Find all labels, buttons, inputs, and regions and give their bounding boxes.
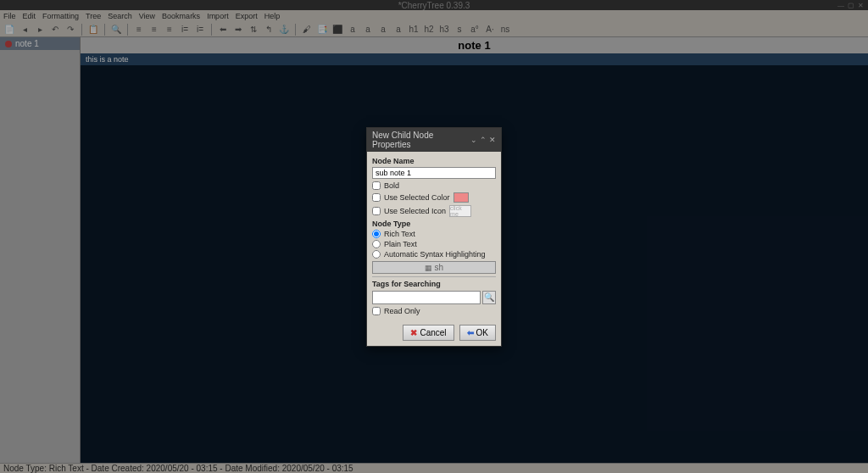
use-icon-label: Use Selected Icon <box>384 207 446 215</box>
ok-icon: ⬅ <box>467 328 474 337</box>
node-name-input[interactable] <box>372 167 496 179</box>
use-color-label: Use Selected Color <box>384 193 450 202</box>
read-only-label: Read Only <box>384 307 420 315</box>
search-icon: 🔍 <box>484 292 494 302</box>
dialog-close-icon[interactable]: ✕ <box>489 136 496 144</box>
cancel-icon: ✖ <box>410 328 417 337</box>
use-icon-checkbox[interactable] <box>372 207 381 215</box>
separator <box>372 276 496 277</box>
use-color-checkbox[interactable] <box>372 193 381 202</box>
bold-checkbox[interactable] <box>372 181 381 190</box>
dialog-expand-icon[interactable]: ⌃ <box>480 136 487 144</box>
cancel-button[interactable]: ✖ Cancel <box>403 325 453 341</box>
modal-overlay: New Child Node Properties ⌄ ⌃ ✕ Node Nam… <box>0 0 868 473</box>
tags-input[interactable] <box>372 291 481 304</box>
ok-label: OK <box>476 328 488 337</box>
ok-button[interactable]: ⬅ OK <box>459 325 496 341</box>
syntax-radio[interactable] <box>372 250 381 259</box>
read-only-checkbox[interactable] <box>372 307 381 315</box>
dialog-collapse-icon[interactable]: ⌄ <box>470 136 477 144</box>
syntax-label: Automatic Syntax Highlighting <box>384 250 486 259</box>
plain-text-label: Plain Text <box>384 240 417 248</box>
bold-label: Bold <box>384 181 399 190</box>
new-child-node-dialog: New Child Node Properties ⌄ ⌃ ✕ Node Nam… <box>366 127 502 347</box>
dialog-titlebar[interactable]: New Child Node Properties ⌄ ⌃ ✕ <box>367 128 501 152</box>
node-name-label: Node Name <box>372 157 496 165</box>
syntax-dropdown[interactable]: ▦ sh <box>372 261 496 274</box>
color-swatch[interactable] <box>453 192 469 203</box>
node-type-label: Node Type <box>372 220 496 228</box>
icon-button[interactable]: click me <box>449 205 471 217</box>
tags-search-button[interactable]: 🔍 <box>482 291 496 304</box>
dialog-title-text: New Child Node Properties <box>372 131 470 149</box>
rich-text-radio[interactable] <box>372 230 381 238</box>
rich-text-label: Rich Text <box>384 230 415 238</box>
tags-label: Tags for Searching <box>372 280 496 288</box>
cancel-label: Cancel <box>420 328 446 337</box>
plain-text-radio[interactable] <box>372 240 381 248</box>
